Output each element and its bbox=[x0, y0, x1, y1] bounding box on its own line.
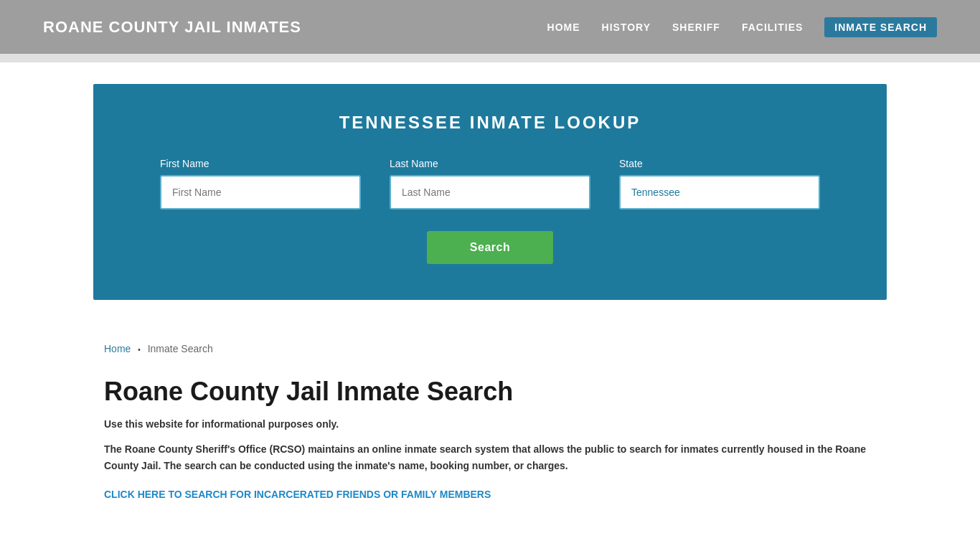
first-name-input[interactable] bbox=[160, 175, 361, 209]
breadcrumb-separator: • bbox=[138, 346, 141, 354]
form-fields-row: First Name Last Name State bbox=[136, 158, 844, 209]
first-name-label: First Name bbox=[160, 158, 361, 169]
breadcrumb-home[interactable]: Home bbox=[104, 343, 131, 354]
state-label: State bbox=[619, 158, 820, 169]
search-form: First Name Last Name State Search bbox=[136, 158, 844, 264]
site-header: ROANE COUNTY JAIL INMATES HOME HISTORY S… bbox=[0, 0, 980, 54]
nav-facilities[interactable]: FACILITIES bbox=[742, 22, 803, 33]
last-name-group: Last Name bbox=[390, 158, 590, 209]
first-name-group: First Name bbox=[160, 158, 361, 209]
inmate-lookup-panel: TENNESSEE INMATE LOOKUP First Name Last … bbox=[93, 84, 887, 300]
page-title: Roane County Jail Inmate Search bbox=[104, 376, 876, 407]
site-title: ROANE COUNTY JAIL INMATES bbox=[43, 18, 301, 37]
breadcrumb-current: Inmate Search bbox=[148, 343, 213, 354]
info-bold-text: Use this website for informational purpo… bbox=[104, 418, 876, 430]
state-group: State bbox=[619, 158, 820, 209]
main-content: Roane County Jail Inmate Search Use this… bbox=[0, 362, 980, 529]
breadcrumb: Home • Inmate Search bbox=[0, 321, 980, 362]
last-name-label: Last Name bbox=[390, 158, 590, 169]
sub-header-bar bbox=[0, 54, 980, 62]
click-here-link[interactable]: CLICK HERE to Search for Incarcerated Fr… bbox=[104, 489, 491, 500]
search-button[interactable]: Search bbox=[427, 231, 553, 264]
nav-inmate-search[interactable]: INMATE SEARCH bbox=[824, 17, 937, 37]
main-nav: HOME HISTORY SHERIFF FACILITIES INMATE S… bbox=[547, 17, 937, 37]
state-input[interactable] bbox=[619, 175, 820, 209]
lookup-title: TENNESSEE INMATE LOOKUP bbox=[136, 113, 844, 133]
info-paragraph: The Roane County Sheriff's Office (RCSO)… bbox=[104, 441, 876, 474]
nav-home[interactable]: HOME bbox=[547, 22, 580, 33]
last-name-input[interactable] bbox=[390, 175, 590, 209]
nav-history[interactable]: HISTORY bbox=[602, 22, 651, 33]
nav-sheriff[interactable]: SHERIFF bbox=[672, 22, 720, 33]
